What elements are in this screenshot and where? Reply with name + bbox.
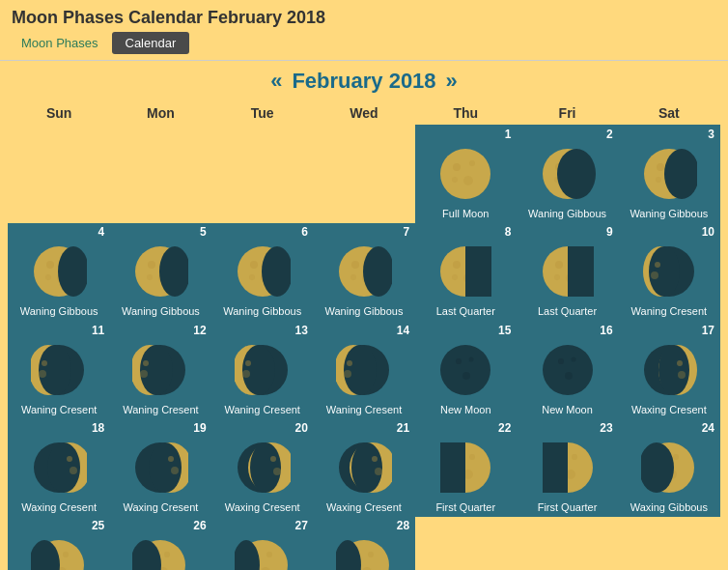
moon-image-waning-crescent2 <box>333 339 395 401</box>
moon-image-full <box>434 143 496 205</box>
svg-point-104 <box>270 456 276 462</box>
svg-point-94 <box>67 456 72 462</box>
day-number: 6 <box>298 225 311 239</box>
day-number: 19 <box>190 421 209 435</box>
col-sun: Sun <box>9 101 110 126</box>
day-number: 28 <box>394 519 412 532</box>
svg-point-131 <box>63 552 69 557</box>
tab-calendar[interactable]: Calendar <box>112 32 190 54</box>
week-row-4: 25 Waxing Gibbous26 Waxing Gibbous27 Wax… <box>9 517 720 570</box>
moon-image-waxing-gibbous2 <box>129 534 191 570</box>
moon-image-waning-gibbous3 <box>232 241 294 302</box>
calendar-table: Sun Mon Tue Wed Thu Fri Sat 1 Full Moon2 <box>8 101 720 570</box>
svg-point-103 <box>250 442 281 493</box>
cal-cell-13: 13 Waning Cresent <box>211 321 313 418</box>
svg-point-75 <box>344 345 377 395</box>
day-number: 14 <box>394 324 412 337</box>
week-row-3: 18 Waxing Cresent19 Waxing Cresent20 Wax… <box>9 418 720 516</box>
moon-image-waning-gibbous3 <box>129 241 191 302</box>
moon-image-new-moon <box>537 339 599 401</box>
cal-cell-9: 9 Last Quarter <box>517 223 618 321</box>
day-number: 16 <box>597 324 615 337</box>
cal-cell-5: 5 Waning Gibbous <box>110 223 211 321</box>
cal-cell-25: 25 Waxing Gibbous <box>9 517 110 570</box>
day-number: 22 <box>495 421 514 435</box>
svg-point-33 <box>249 274 255 280</box>
cal-cell-20: 20 Waxing Cresent <box>211 418 313 516</box>
svg-point-55 <box>649 246 680 297</box>
svg-point-3 <box>463 176 473 185</box>
cal-cell-28: 28 Waxing Gibbous <box>313 517 414 570</box>
svg-point-70 <box>242 345 275 395</box>
moon-image-waxing-crescent3 <box>333 437 395 499</box>
page-title: Moon Phases Calendar February 2018 <box>0 0 728 32</box>
next-month-button[interactable]: » <box>436 69 467 94</box>
moon-image-waxing-crescent <box>638 339 700 401</box>
cal-cell-27: 27 Waxing Gibbous <box>211 517 313 570</box>
moon-phase-label: New Moon <box>440 403 491 416</box>
svg-point-119 <box>572 454 577 460</box>
day-number: 12 <box>190 324 209 337</box>
day-number: 26 <box>190 519 209 532</box>
day-number: 13 <box>292 324 310 337</box>
svg-point-39 <box>350 274 356 280</box>
nav-tabs: Moon Phases Calendar <box>0 32 728 61</box>
svg-point-109 <box>372 456 378 462</box>
col-mon: Mon <box>110 101 211 126</box>
tab-moon-phases[interactable]: Moon Phases <box>12 32 108 54</box>
cal-cell-7: 7 Waning Gibbous <box>313 223 414 321</box>
svg-point-125 <box>673 454 679 460</box>
svg-point-80 <box>469 356 474 361</box>
moon-phase-label: Waning Cresent <box>326 403 402 416</box>
svg-point-18 <box>46 261 54 269</box>
cal-cell-empty <box>517 517 618 570</box>
calendar-header: « February 2018 » <box>8 61 720 101</box>
svg-point-0 <box>440 149 490 199</box>
moon-image-waxing-crescent2 <box>28 437 90 499</box>
cal-cell-empty <box>618 517 719 570</box>
svg-rect-116 <box>440 442 465 493</box>
svg-point-84 <box>571 356 575 361</box>
moon-image-waxing-gibbous <box>638 437 700 499</box>
cal-cell-22: 22 First Quarter <box>415 418 517 516</box>
svg-point-45 <box>452 274 458 280</box>
svg-point-88 <box>658 345 689 395</box>
day-number: 1 <box>502 128 515 141</box>
moon-phase-label: Waxing Cresent <box>326 500 402 514</box>
moon-image-waxing-gibbous3 <box>333 534 395 570</box>
day-number: 24 <box>699 421 717 435</box>
day-number: 15 <box>495 324 514 337</box>
svg-point-24 <box>148 261 155 269</box>
svg-rect-52 <box>568 246 594 297</box>
calendar-container: « February 2018 » Sun Mon Tue Wed Thu Fr… <box>0 61 728 570</box>
moon-image-waxing-crescent3 <box>232 437 294 499</box>
cal-cell-24: 24 Waxing Gibbous <box>618 418 719 516</box>
cal-cell-1: 1 Full Moon <box>415 126 517 223</box>
svg-point-60 <box>39 345 71 395</box>
day-number: 25 <box>89 519 107 532</box>
svg-point-79 <box>456 358 462 364</box>
svg-point-83 <box>558 358 564 364</box>
cal-cell-empty <box>313 126 414 223</box>
day-number: 3 <box>705 128 717 141</box>
cal-cell-11: 11 Waning Cresent <box>9 321 110 418</box>
moon-phase-label: Waning Cresent <box>123 403 198 416</box>
moon-image-last-quarter <box>537 241 599 302</box>
prev-month-button[interactable]: « <box>261 69 292 94</box>
svg-point-51 <box>554 274 560 280</box>
svg-point-2 <box>469 160 475 166</box>
moon-image-waxing-gibbous3 <box>232 534 294 570</box>
svg-point-82 <box>543 345 593 395</box>
svg-point-76 <box>347 360 352 366</box>
moon-image-waxing-gibbous2 <box>28 534 90 570</box>
week-row-2: 11 Waning Cresent12 Waning Cresent13 Wan… <box>9 321 720 418</box>
col-fri: Fri <box>517 101 618 126</box>
svg-point-95 <box>70 467 77 474</box>
moon-image-waning-crescent2 <box>232 339 294 401</box>
day-number: 5 <box>197 225 210 239</box>
cal-cell-23: 23 First Quarter <box>517 418 618 516</box>
svg-point-27 <box>147 274 153 280</box>
day-number: 8 <box>502 225 515 239</box>
svg-point-149 <box>368 552 374 557</box>
moon-phase-label: Waning Gibbous <box>630 207 708 220</box>
